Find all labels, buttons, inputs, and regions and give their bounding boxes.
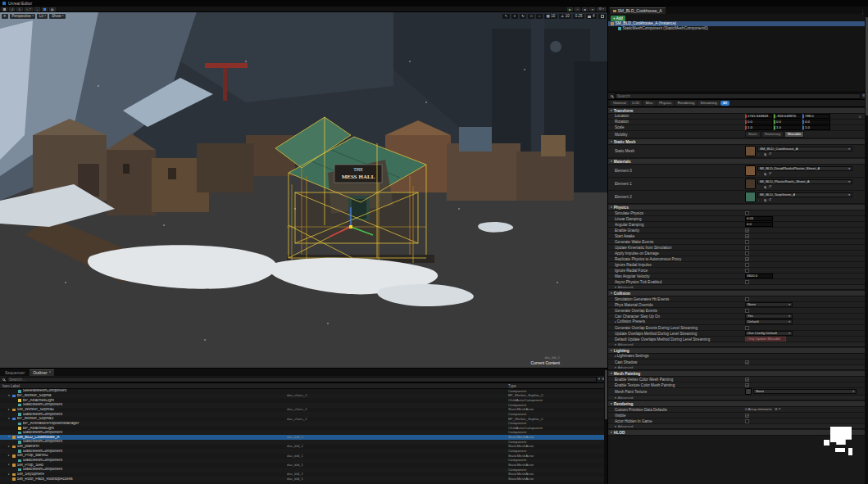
section-header-lighting[interactable]: ▾Lighting — [608, 348, 865, 354]
scale-y-field[interactable]: 1.0 — [774, 125, 802, 130]
generate-overlap-events-checkbox[interactable] — [745, 309, 749, 313]
select-tool-icon[interactable]: ↖ — [502, 14, 510, 20]
show-dropdown[interactable]: Show▾ — [49, 14, 66, 20]
tab-sequencer[interactable]: Sequencer — [2, 370, 28, 377]
world-space-toggle-icon[interactable]: ○ — [536, 14, 543, 20]
angular-damping-field[interactable]: 0.0 — [745, 222, 773, 227]
element-2-asset-picker[interactable]: MI_BLD_TarpGreen_A▾ — [757, 192, 852, 197]
tab-details[interactable]: SM_BLD_Cookhouse_A — [610, 7, 666, 15]
expander-icon[interactable]: ▸ — [615, 355, 616, 358]
reset-icon[interactable]: ↺ — [769, 185, 772, 189]
start-awake-checkbox[interactable]: ✓ — [745, 234, 749, 238]
advanced-expander[interactable]: ▾Advanced — [608, 285, 865, 290]
mobility-option-movable[interactable]: Movable — [784, 131, 804, 138]
ignore-radial-force-checkbox[interactable] — [745, 269, 749, 273]
element-0-asset-picker[interactable]: MI_BLD_DeadPlanksPlaster_Sheet_A▾ — [757, 166, 852, 171]
asset-thumbnail[interactable] — [745, 165, 756, 176]
play-button[interactable]: ▶ — [567, 7, 573, 11]
rotate-tool-icon[interactable]: ↻ — [520, 14, 527, 20]
grid-snap-toggle[interactable]: ▦10 — [544, 14, 557, 20]
perspective-dropdown[interactable]: Perspective▾ — [10, 14, 36, 20]
section-header-materials[interactable]: ▾Materials — [608, 159, 865, 165]
static-mesh-asset-picker[interactable]: SM_BLD_Cookhouse_A▾ — [757, 147, 852, 152]
mobility-option-stationary[interactable]: Stationary — [761, 131, 784, 138]
undo-button[interactable]: ↺ — [9, 7, 15, 11]
outliner-row-sm-bld-cookhouse-a[interactable]: ▾SM_BLD_Cookhouse_Adas_bld_1StaticMeshAc… — [0, 435, 607, 440]
cinematics-button[interactable]: ▦ — [49, 7, 56, 11]
browse-icon[interactable] — [764, 173, 766, 175]
camera-speed-button[interactable]: 4 — [586, 14, 597, 20]
section-header-mesh-painting[interactable]: ▾Mesh Painting — [608, 371, 865, 377]
details-tab-general[interactable]: General — [611, 101, 629, 106]
blueprints-button[interactable] — [42, 7, 48, 11]
section-header-physics[interactable]: ▾Physics — [608, 205, 865, 210]
update-kinematic-from-simulation-checkbox[interactable] — [745, 246, 749, 250]
details-tab-streaming[interactable]: Streaming — [698, 101, 720, 106]
skip-button[interactable]: » — [575, 7, 580, 11]
rotation-x-field[interactable]: 0.0 — [745, 120, 773, 124]
scale-tool-icon[interactable]: □ — [528, 14, 534, 20]
details-tab-lod[interactable]: LOD — [629, 101, 642, 106]
mesh-paint-texture-asset-dropdown[interactable]: None▾ — [753, 389, 857, 394]
use-selected-icon[interactable]: ← — [757, 152, 761, 156]
outliner-row-sm-worker-sophia2[interactable]: ▸SM_Worker_Sophia2das_chars_1StaticMeshA… — [0, 408, 607, 413]
outliner-row-bp-worker-sophia3[interactable]: ▾BP_Worker_Sophia3das_chars_1BP_Worker_S… — [0, 417, 607, 422]
clear-array-icon[interactable]: × — [779, 408, 781, 412]
column-type[interactable]: Type — [508, 384, 605, 388]
outliner-row-sm-roof-pack-rooftopaccess[interactable]: SM_Roof_Pack_RooftopAccessdas_bld_1Stati… — [0, 477, 607, 482]
collision-presets-dropdown[interactable]: Default▾ — [745, 319, 793, 324]
column-item-label[interactable]: Item Label — [2, 384, 287, 388]
location-x-field[interactable]: 2745.943849 — [745, 114, 773, 119]
simulation-generates-hit-events-checkbox[interactable] — [745, 297, 749, 301]
details-tab-misc[interactable]: Misc — [643, 101, 656, 106]
outliner-row-bp-worker-sophia[interactable]: ▾BP_Worker_Sophiadas_chars_1BP_Worker_So… — [0, 394, 607, 399]
section-header-collision[interactable]: ▾Collision — [608, 291, 865, 296]
details-tab-all[interactable]: All — [720, 101, 729, 106]
cast-shadow-checkbox[interactable]: ✓ — [745, 360, 749, 364]
simulate-physics-checkbox[interactable] — [745, 211, 749, 215]
actor-hidden-in-game-checkbox[interactable] — [745, 419, 749, 423]
asset-thumbnail[interactable] — [745, 388, 752, 395]
outliner-row-sm-prop-barrel2[interactable]: ▸SM_Prop_Barrel2das_bld_1StaticMeshActor — [0, 454, 607, 459]
section-header-static-mesh[interactable]: ▾Static Mesh — [608, 139, 865, 145]
browse-icon[interactable] — [764, 153, 766, 156]
reset-icon[interactable]: ↺ — [769, 152, 772, 156]
asset-thumbnail[interactable] — [745, 146, 756, 156]
modes-dropdown[interactable]: ↖▾ — [25, 7, 33, 11]
move-tool-icon[interactable]: + — [511, 14, 518, 20]
asset-thumbnail[interactable] — [745, 192, 756, 202]
maximize-viewport-icon[interactable] — [598, 14, 606, 19]
outliner-row-sm-skysphere[interactable]: ▸SM_SkySpheredas_bld_1StaticMeshActor — [0, 473, 607, 477]
outliner-row-sm-platform[interactable]: ▸SM_platformdas_bld_1StaticMeshActor — [0, 445, 607, 450]
viewport-menu-button[interactable]: ≡ — [2, 14, 8, 20]
add-actor-button[interactable]: + — [34, 7, 40, 11]
update-overlaps-method-during-level-streaming-dropdown[interactable]: Use Config Default▾ — [745, 331, 793, 336]
reset-icon[interactable]: ↺ — [769, 198, 772, 202]
advanced-expander[interactable]: ▾Advanced — [608, 424, 865, 429]
save-button[interactable] — [2, 7, 7, 11]
visible-checkbox[interactable]: ✓ — [745, 414, 749, 418]
asset-thumbnail[interactable] — [745, 179, 756, 189]
details-tab-rendering[interactable]: Rendering — [675, 101, 697, 106]
details-search-input[interactable] — [615, 93, 861, 99]
section-header-rendering[interactable]: ▾Rendering — [608, 401, 865, 407]
platforms-dropdown[interactable]: ▾ — [589, 7, 595, 11]
advanced-expander[interactable]: ▾Advanced — [608, 396, 865, 400]
advanced-expander[interactable]: ▾Advanced — [608, 365, 865, 370]
outliner-row-sm-prop-sled[interactable]: ▸SM_Prop_Sleddas_bld_1StaticMeshActor — [0, 463, 607, 468]
expander-icon[interactable]: ▸ — [615, 320, 616, 323]
linear-damping-field[interactable]: 0.01 — [745, 216, 773, 221]
use-selected-icon[interactable]: ← — [757, 185, 761, 189]
close-icon[interactable]: × — [49, 371, 52, 375]
async-physics-tick-enabled-checkbox[interactable] — [745, 280, 749, 284]
viewport-scene[interactable]: THE MESS HALL — [0, 12, 607, 368]
element-1-asset-picker[interactable]: MI_BLD_PlasticRoofs_Sheet_A▾ — [757, 179, 852, 184]
outliner-search-input[interactable] — [7, 377, 597, 382]
redo-button[interactable]: ↻ — [16, 7, 22, 11]
section-header-hlod[interactable]: ▾HLOD — [608, 430, 865, 436]
section-header-transform[interactable]: ▾Transform — [608, 108, 865, 114]
scale-z-field[interactable]: 1.0 — [802, 125, 830, 130]
location-y-field[interactable]: -958.649876 — [774, 114, 802, 119]
use-selected-icon[interactable]: ← — [757, 198, 761, 202]
phys-material-override-dropdown[interactable]: None▾ — [745, 302, 793, 307]
